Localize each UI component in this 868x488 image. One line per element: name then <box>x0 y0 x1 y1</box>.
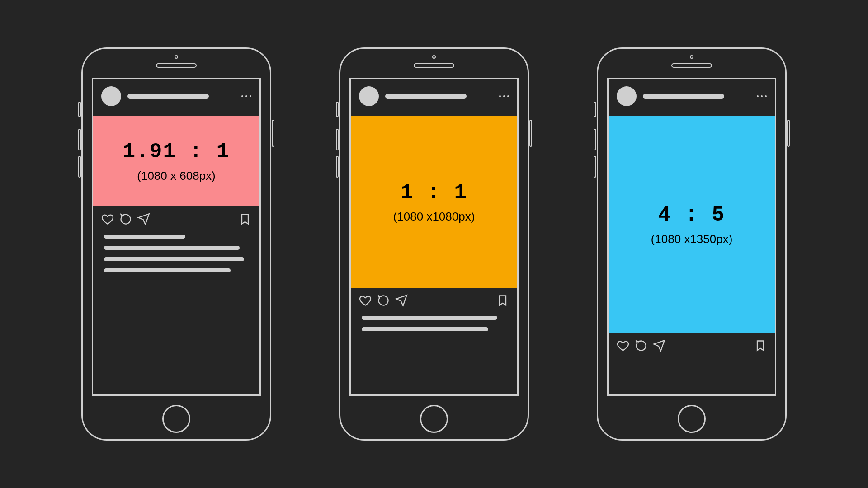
home-button[interactable] <box>678 405 706 433</box>
aspect-ratio-label: 4 : 5 <box>658 203 725 227</box>
post-actions <box>609 333 775 357</box>
post-header <box>93 79 259 116</box>
username-placeholder[interactable] <box>643 94 724 99</box>
camera-icon <box>690 55 693 59</box>
comment-icon[interactable] <box>119 213 132 225</box>
phone-side-button <box>594 129 596 150</box>
phone-side-button <box>78 102 81 117</box>
speaker-icon <box>671 63 712 68</box>
aspect-ratio-label: 1 : 1 <box>401 181 467 204</box>
caption-line <box>362 327 488 331</box>
caption-line <box>104 257 244 261</box>
post-image-portrait: 4 : 5 (1080 x1350px) <box>609 116 775 333</box>
avatar[interactable] <box>101 86 121 106</box>
phone-side-button <box>78 156 81 178</box>
speaker-icon <box>414 63 454 68</box>
screen: 4 : 5 (1080 x1350px) <box>607 78 776 396</box>
screen: 1 : 1 (1080 x1080px) <box>349 78 519 396</box>
share-icon[interactable] <box>395 294 408 307</box>
screen: 1.91 : 1 (1080 x 608px) <box>92 78 261 396</box>
pixel-dimensions-label: (1080 x1080px) <box>393 210 475 224</box>
username-placeholder[interactable] <box>385 94 467 99</box>
camera-icon <box>175 55 178 59</box>
more-options-icon[interactable] <box>499 95 509 97</box>
share-icon[interactable] <box>137 213 150 225</box>
username-placeholder[interactable] <box>127 94 209 99</box>
post-actions <box>93 206 259 230</box>
phone-mockup-square: 1 : 1 (1080 x1080px) <box>339 47 529 441</box>
heart-icon[interactable] <box>101 213 114 225</box>
phone-body: 4 : 5 (1080 x1350px) <box>597 47 787 441</box>
avatar[interactable] <box>359 86 379 106</box>
pixel-dimensions-label: (1080 x 608px) <box>137 169 215 183</box>
post-caption <box>351 311 517 340</box>
caption-line <box>104 268 231 272</box>
speaker-icon <box>156 63 197 68</box>
phone-side-button <box>594 102 596 117</box>
comment-icon[interactable] <box>635 339 647 352</box>
phone-side-button <box>594 156 596 178</box>
post-caption <box>93 230 259 282</box>
pixel-dimensions-label: (1080 x1350px) <box>651 232 733 246</box>
phone-power-button <box>272 120 274 147</box>
home-button[interactable] <box>162 405 190 433</box>
phone-side-button <box>336 129 339 150</box>
phone-body: 1 : 1 (1080 x1080px) <box>339 47 529 441</box>
bookmark-icon[interactable] <box>754 339 767 352</box>
phone-mockup-landscape: 1.91 : 1 (1080 x 608px) <box>81 47 271 441</box>
more-options-icon[interactable] <box>757 95 767 97</box>
phone-mockup-portrait: 4 : 5 (1080 x1350px) <box>597 47 787 441</box>
post-header <box>351 79 517 116</box>
caption-line <box>362 316 497 320</box>
heart-icon[interactable] <box>617 339 629 352</box>
phone-side-button <box>336 156 339 178</box>
phone-side-button <box>336 102 339 117</box>
comment-icon[interactable] <box>377 294 390 307</box>
post-image-landscape: 1.91 : 1 (1080 x 608px) <box>93 116 259 206</box>
post-actions <box>351 288 517 311</box>
more-options-icon[interactable] <box>241 95 251 97</box>
share-icon[interactable] <box>653 339 665 352</box>
phone-power-button <box>787 120 790 147</box>
caption-line <box>104 235 185 239</box>
avatar[interactable] <box>617 86 637 106</box>
post-header <box>609 79 775 116</box>
phone-power-button <box>529 120 532 147</box>
post-image-square: 1 : 1 (1080 x1080px) <box>351 116 517 288</box>
bookmark-icon[interactable] <box>239 213 251 225</box>
home-button[interactable] <box>420 405 448 433</box>
heart-icon[interactable] <box>359 294 372 307</box>
aspect-ratio-label: 1.91 : 1 <box>123 140 230 164</box>
caption-line <box>104 246 240 250</box>
phone-side-button <box>78 129 81 150</box>
camera-icon <box>432 55 436 59</box>
phone-body: 1.91 : 1 (1080 x 608px) <box>81 47 271 441</box>
bookmark-icon[interactable] <box>496 294 509 307</box>
